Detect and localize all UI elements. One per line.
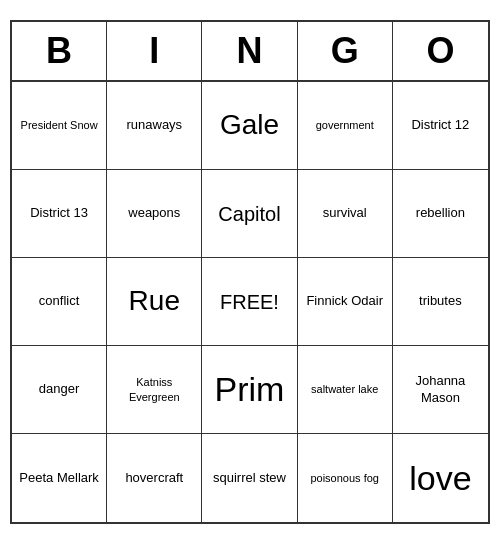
- cell-label: hovercraft: [125, 470, 183, 487]
- bingo-cell: poisonous fog: [298, 434, 393, 522]
- cell-label: Gale: [220, 107, 279, 143]
- bingo-header: BINGO: [12, 22, 488, 82]
- bingo-cell: survival: [298, 170, 393, 258]
- cell-label: government: [316, 118, 374, 132]
- bingo-cell: Prim: [202, 346, 297, 434]
- bingo-card: BINGO President SnowrunawaysGalegovernme…: [10, 20, 490, 524]
- bingo-cell: weapons: [107, 170, 202, 258]
- bingo-cell: FREE!: [202, 258, 297, 346]
- cell-label: tributes: [419, 293, 462, 310]
- cell-label: danger: [39, 381, 79, 398]
- cell-label: love: [409, 456, 471, 500]
- bingo-cell: conflict: [12, 258, 107, 346]
- bingo-cell: President Snow: [12, 82, 107, 170]
- header-letter: G: [298, 22, 393, 80]
- bingo-cell: rebellion: [393, 170, 488, 258]
- cell-label: runaways: [126, 117, 182, 134]
- cell-label: District 12: [411, 117, 469, 134]
- header-letter: I: [107, 22, 202, 80]
- bingo-cell: love: [393, 434, 488, 522]
- cell-label: President Snow: [21, 118, 98, 132]
- cell-label: conflict: [39, 293, 79, 310]
- cell-label: weapons: [128, 205, 180, 222]
- bingo-cell: Peeta Mellark: [12, 434, 107, 522]
- cell-label: Rue: [129, 283, 180, 319]
- cell-label: District 13: [30, 205, 88, 222]
- cell-label: Finnick Odair: [306, 293, 383, 310]
- bingo-cell: Gale: [202, 82, 297, 170]
- cell-label: Capitol: [218, 201, 280, 227]
- cell-label: Katniss Evergreen: [111, 375, 197, 404]
- cell-label: Johanna Mason: [397, 373, 484, 407]
- bingo-cell: Capitol: [202, 170, 297, 258]
- header-letter: O: [393, 22, 488, 80]
- cell-label: saltwater lake: [311, 382, 378, 396]
- cell-label: rebellion: [416, 205, 465, 222]
- cell-label: FREE!: [220, 289, 279, 315]
- header-letter: N: [202, 22, 297, 80]
- cell-label: Peeta Mellark: [19, 470, 98, 487]
- bingo-cell: saltwater lake: [298, 346, 393, 434]
- bingo-cell: Finnick Odair: [298, 258, 393, 346]
- bingo-cell: squirrel stew: [202, 434, 297, 522]
- bingo-cell: danger: [12, 346, 107, 434]
- cell-label: poisonous fog: [310, 471, 379, 485]
- bingo-cell: Johanna Mason: [393, 346, 488, 434]
- bingo-cell: Katniss Evergreen: [107, 346, 202, 434]
- cell-label: Prim: [215, 367, 285, 411]
- bingo-cell: tributes: [393, 258, 488, 346]
- bingo-cell: hovercraft: [107, 434, 202, 522]
- bingo-cell: government: [298, 82, 393, 170]
- header-letter: B: [12, 22, 107, 80]
- bingo-cell: District 13: [12, 170, 107, 258]
- cell-label: squirrel stew: [213, 470, 286, 487]
- bingo-cell: District 12: [393, 82, 488, 170]
- bingo-cell: runaways: [107, 82, 202, 170]
- cell-label: survival: [323, 205, 367, 222]
- bingo-grid: President SnowrunawaysGalegovernmentDist…: [12, 82, 488, 522]
- bingo-cell: Rue: [107, 258, 202, 346]
